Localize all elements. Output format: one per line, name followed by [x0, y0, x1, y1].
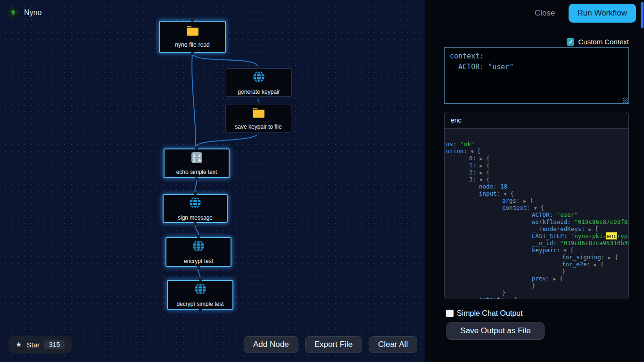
canvas-actions: Add Node Export File Clear All [244, 336, 417, 353]
tree-token: : [516, 197, 523, 204]
tree-token: { [567, 247, 574, 254]
tree-token: keypair [532, 247, 557, 254]
workflow-node[interactable]: sign message [163, 194, 228, 223]
close-button[interactable]: Close [535, 8, 555, 18]
workflow-node[interactable]: encrypt test [165, 237, 231, 267]
star-count: 315 [44, 340, 65, 349]
input-handle[interactable] [195, 146, 198, 149]
github-star-button[interactable]: ★ Star 315 [8, 336, 72, 354]
tree-token: for_e2e [562, 261, 587, 268]
tree-token: { [483, 155, 490, 162]
input-handle[interactable] [198, 278, 202, 281]
tree-row[interactable]: } [446, 268, 628, 275]
edge[interactable] [192, 53, 258, 67]
tree-row[interactable]: us: "ok" [446, 140, 628, 148]
tree-token: LAST_STEP [532, 232, 564, 239]
tree-row[interactable]: LAST_STEP: "nyno-pki-encrypt" [446, 232, 628, 239]
clear-all-button[interactable]: Clear All [369, 336, 417, 353]
workflow-node[interactable]: 1 23 4echo simple text [164, 148, 230, 178]
tree-token: : [546, 275, 553, 282]
tree-token: } [562, 268, 566, 275]
output-handle[interactable] [257, 132, 260, 135]
tree-token: : [550, 211, 557, 218]
input-handle[interactable] [197, 235, 200, 238]
star-icon: ★ [16, 340, 22, 349]
context-editor[interactable]: context: ACTOR: "user" [444, 47, 629, 104]
node-label: save keypair to file [235, 123, 281, 130]
tree-row[interactable]: args: ▶ [ [446, 197, 628, 204]
output-handle[interactable] [198, 309, 202, 312]
tree-token: "user" [557, 211, 578, 218]
output-handle[interactable] [195, 177, 198, 181]
tree-row[interactable]: ACTOR: "user" [446, 211, 628, 218]
scrollbar-thumb[interactable] [641, 2, 644, 28]
tree-row[interactable]: } [446, 282, 628, 289]
tree-row[interactable]: for_signing: ▶ { [446, 254, 628, 261]
output-handle[interactable] [194, 222, 197, 225]
tree-token: : [497, 190, 504, 197]
output-search-input[interactable] [444, 112, 629, 129]
star-label: Star [26, 341, 40, 349]
tree-row[interactable]: keypair: ▼ { [446, 247, 628, 254]
workflow-node[interactable]: nyno-file-read [159, 21, 226, 53]
simple-chat-row: ✓ Simple Chat Output [446, 309, 523, 318]
output-json-tree[interactable]: us: "ok"ution: ▼ [0: ▶ {1: ▶ {2: ▶ {3: ▼… [444, 129, 629, 299]
numbers-icon: 1 23 4 [191, 152, 203, 165]
tree-token: 2 [469, 169, 473, 176]
tree-row[interactable]: 1: ▶ { [446, 162, 628, 169]
tree-row[interactable]: __renderedKeys: ▶ [ [446, 225, 628, 232]
tree-row[interactable]: } [446, 289, 628, 296]
save-output-button[interactable]: Save Output as File [446, 322, 545, 340]
tree-token: : [473, 176, 480, 183]
tree-token: args [502, 197, 516, 204]
workflow-canvas[interactable]: nyno-file-readgenerate keypairsave keypa… [0, 0, 425, 362]
tree-token: ACTOR [532, 211, 550, 218]
app-title: Nyno [24, 8, 41, 17]
tree-row[interactable]: node: 18 [446, 183, 628, 190]
tree-row[interactable]: context: ▼ { [446, 204, 628, 211]
tree-token: } [502, 289, 506, 296]
tree-token: 1 [469, 162, 473, 169]
output-handle[interactable] [197, 266, 200, 269]
svg-text:3 4: 3 4 [193, 157, 201, 162]
tree-token: : [464, 148, 471, 155]
workflow-node[interactable]: save keypair to file [225, 105, 291, 132]
tree-token: 0 [469, 155, 473, 162]
input-handle[interactable] [194, 192, 197, 195]
edge[interactable] [195, 179, 197, 193]
output-handle[interactable] [191, 52, 194, 55]
tree-token: node [479, 183, 493, 190]
simple-chat-checkbox[interactable]: ✓ [446, 310, 454, 317]
edge[interactable] [196, 133, 258, 147]
tree-row[interactable]: workflowId: "019c86c87c93f8291 [446, 218, 628, 225]
input-handle[interactable] [257, 66, 261, 69]
tree-row[interactable]: 3: ▼ { [446, 176, 628, 183]
export-file-button[interactable]: Export File [305, 336, 362, 353]
custom-context-checkbox[interactable]: ✓ [567, 38, 574, 46]
page-scrollbar[interactable] [640, 0, 644, 362]
workflow-node[interactable]: generate keypair [226, 68, 292, 97]
run-workflow-button[interactable]: Run Workflow [569, 4, 636, 23]
tree-row[interactable]: ution: ▼ [ [446, 148, 628, 155]
tree-row[interactable]: input: ▼ { [446, 190, 628, 197]
app-root: nyno-file-readgenerate keypairsave keypa… [0, 0, 644, 362]
tree-row[interactable]: 2: ▶ { [446, 169, 628, 176]
tree-token: 3 [469, 176, 473, 183]
tree-row[interactable]: 0: ▶ { [446, 155, 628, 162]
tree-token: { [483, 169, 490, 176]
globe-icon [189, 196, 202, 211]
input-handle[interactable] [191, 18, 194, 22]
context-editor-wrap: context: ACTOR: "user" [444, 47, 629, 104]
tree-row[interactable]: output: ▼ { [446, 296, 628, 299]
tree-row[interactable]: prev: ▶ { [446, 275, 628, 282]
tree-token: : [564, 232, 571, 239]
resize-handle[interactable] [623, 98, 628, 103]
input-handle[interactable] [257, 102, 260, 105]
workflow-node[interactable]: decrypt simple test [167, 280, 233, 310]
tree-row[interactable]: __n_id: "019c86c87ca95310b3680 [446, 239, 628, 247]
add-node-button[interactable]: Add Node [244, 336, 298, 353]
edge[interactable] [192, 53, 196, 147]
tree-row[interactable]: for_e2e: ▶ { [446, 261, 628, 268]
output-handle[interactable] [257, 96, 261, 99]
tree-token: { [537, 204, 544, 211]
